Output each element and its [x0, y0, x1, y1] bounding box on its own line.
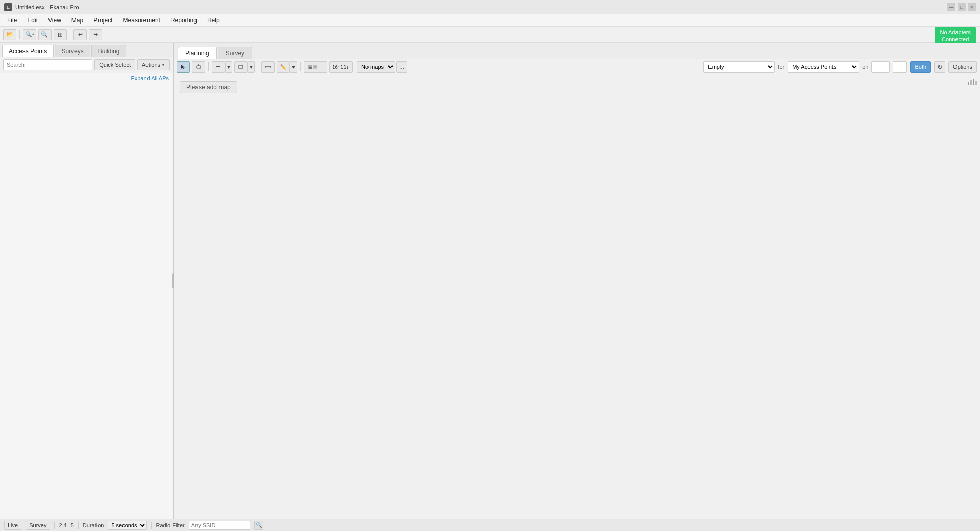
menu-item-edit[interactable]: Edit — [22, 16, 43, 25]
viz-controls: Empty for My Access Points on 2.4 5 Both… — [703, 61, 977, 73]
zoom-out-button[interactable]: 🔍- — [38, 29, 52, 40]
heatmap-tool-button[interactable]: ⊞ ≡ — [304, 61, 327, 73]
radio-filter-label: Radio Filter — [156, 522, 184, 528]
ch-status: 5 — [71, 522, 74, 528]
svg-point-3 — [198, 64, 199, 65]
ruler-tool-button[interactable] — [261, 61, 275, 73]
pencil-tool-button[interactable]: ✏️ — [277, 61, 290, 73]
ap-tool-button[interactable] — [192, 61, 205, 73]
toolbar-separator-1 — [19, 30, 20, 39]
svg-rect-5 — [239, 65, 243, 68]
redo-button[interactable]: ↪ — [89, 29, 102, 40]
viz-ap-select[interactable]: My Access Points — [788, 61, 859, 73]
svg-text:16↑11↓: 16↑11↓ — [332, 65, 349, 70]
svg-rect-18 — [973, 79, 974, 85]
numbers-tool-button[interactable]: 16↑11↓ — [329, 61, 353, 73]
panel-resizer-handle — [172, 273, 174, 288]
pencil-tool-group: ✏️ ▼ — [277, 61, 297, 73]
quick-select-button[interactable]: Quick Select — [94, 59, 135, 70]
svg-rect-16 — [968, 82, 969, 85]
map-tabs: PlanningSurvey — [176, 45, 254, 59]
map-tab-survey[interactable]: Survey — [218, 47, 252, 59]
close-button[interactable]: ✕ — [968, 3, 976, 11]
live-button[interactable]: Live — [4, 521, 21, 530]
viz-ch-input[interactable]: 5 — [893, 61, 907, 73]
viz-on-label: on — [862, 64, 868, 70]
wall-tool-group: ▼ — [212, 61, 232, 73]
area-tool-group: ▼ — [234, 61, 255, 73]
map-toolbar: ▼ ▼ — [174, 59, 980, 75]
no-maps-dropdown: No maps ... — [357, 61, 407, 73]
title-bar: E Untitled.esx - Ekahau Pro — □ ✕ — [0, 0, 980, 14]
search-input[interactable] — [3, 59, 92, 70]
map-tab-planning[interactable]: Planning — [178, 47, 217, 59]
menu-item-help[interactable]: Help — [202, 16, 225, 25]
duration-label: Duration — [83, 522, 104, 528]
minimize-button[interactable]: — — [947, 3, 955, 11]
menu-item-view[interactable]: View — [43, 16, 66, 25]
svg-rect-17 — [970, 80, 972, 85]
status-bar: Live Survey 2.4 5 Duration 5 seconds Rad… — [0, 519, 980, 531]
toolbar-sep-2 — [258, 62, 258, 71]
pointer-tool-button[interactable] — [177, 61, 190, 73]
svg-text:≡: ≡ — [314, 65, 316, 68]
window-controls: — □ ✕ — [947, 3, 976, 11]
viz-freq-input[interactable]: 2.4 — [871, 61, 890, 73]
options-button[interactable]: Options — [948, 61, 977, 73]
left-panel: Access PointsSurveysBuilding Quick Selec… — [0, 43, 174, 519]
status-sep-2 — [78, 522, 79, 529]
svg-text:⊞: ⊞ — [309, 66, 312, 69]
no-maps-select[interactable]: No maps — [357, 61, 395, 73]
menu-bar: FileEditViewMapProjectMeasurementReporti… — [0, 14, 980, 27]
left-tabs: Access PointsSurveysBuilding — [0, 43, 173, 57]
pencil-dropdown-button[interactable]: ▼ — [290, 61, 297, 73]
main-layout: Access PointsSurveysBuilding Quick Selec… — [0, 43, 980, 519]
viz-empty-select[interactable]: Empty — [703, 61, 775, 73]
title-bar-left: E Untitled.esx - Ekahau Pro — [4, 3, 79, 11]
menu-item-file[interactable]: File — [2, 16, 22, 25]
svg-rect-1 — [197, 66, 201, 68]
left-panel-toolbar: Quick Select Actions ▼ — [0, 57, 173, 73]
toolbar-sep-3 — [300, 62, 301, 71]
survey-status-button[interactable]: Survey — [26, 521, 50, 530]
open-button[interactable]: 📂 — [3, 29, 16, 40]
area-dropdown-button[interactable]: ▼ — [248, 61, 255, 73]
actions-dropdown-arrow: ▼ — [161, 63, 165, 67]
wall-dropdown-button[interactable]: ▼ — [225, 61, 232, 73]
zoom-fit-button[interactable]: ⊞ — [54, 29, 67, 40]
menu-item-map[interactable]: Map — [66, 16, 88, 25]
duration-select[interactable]: 5 seconds — [108, 521, 147, 530]
expand-all-link[interactable]: Expand All APs — [0, 73, 173, 83]
zoom-in-button[interactable]: 🔍+ — [23, 29, 36, 40]
left-tab-surveys[interactable]: Surveys — [55, 45, 90, 57]
area-tool-button[interactable] — [234, 61, 248, 73]
content-panel: PlanningSurvey — [174, 43, 980, 519]
actions-button[interactable]: Actions ▼ — [137, 59, 170, 70]
left-tab-access-points[interactable]: Access Points — [2, 45, 54, 57]
menu-item-project[interactable]: Project — [88, 16, 117, 25]
radio-filter-input[interactable] — [189, 521, 250, 530]
viz-refresh-button[interactable]: ↻ — [934, 61, 945, 73]
chart-sidebar-icon[interactable] — [967, 76, 977, 86]
radio-filter-search-button[interactable]: 🔍 — [254, 521, 263, 530]
app-icon: E — [4, 3, 12, 11]
svg-rect-19 — [975, 81, 977, 85]
map-ellipsis-button[interactable]: ... — [396, 61, 407, 73]
status-sep-3 — [151, 522, 152, 529]
wall-tool-button[interactable] — [212, 61, 225, 73]
menu-item-measurement[interactable]: Measurement — [118, 16, 165, 25]
map-area: Please add map — [174, 75, 980, 519]
viz-both-button[interactable]: Both — [910, 61, 931, 73]
freq-status: 2.4 — [59, 522, 66, 528]
left-tab-building[interactable]: Building — [91, 45, 127, 57]
viz-for-label: for — [778, 64, 785, 70]
toolbar-separator-2 — [70, 30, 70, 39]
svg-marker-0 — [181, 64, 185, 69]
menu-item-reporting[interactable]: Reporting — [165, 16, 202, 25]
panel-resizer[interactable] — [171, 43, 175, 519]
undo-button[interactable]: ↩ — [74, 29, 87, 40]
title-text: Untitled.esx - Ekahau Pro — [15, 4, 79, 10]
restore-button[interactable]: □ — [958, 3, 966, 11]
status-sep-1 — [54, 522, 55, 529]
please-add-map-button[interactable]: Please add map — [180, 81, 237, 93]
